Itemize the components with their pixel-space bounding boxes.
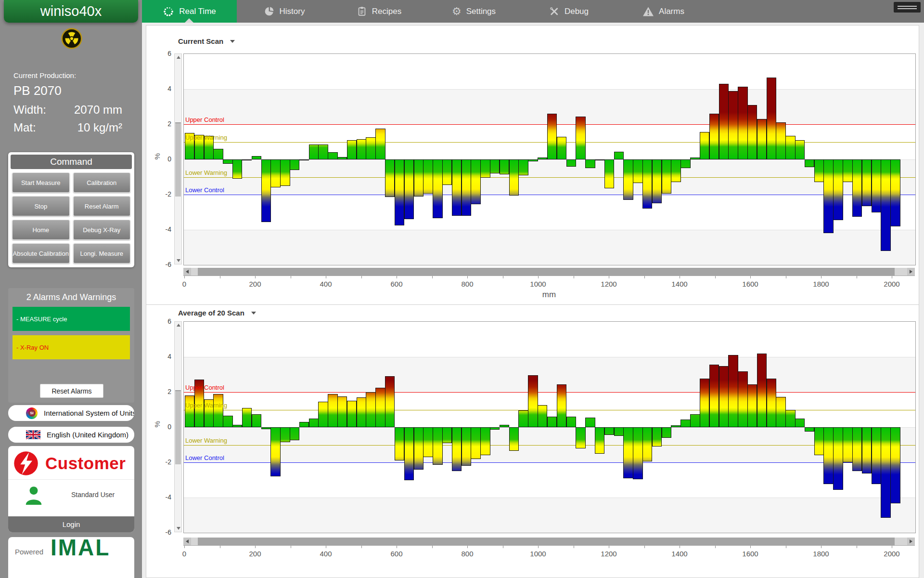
horizontal-scrollbar[interactable] (183, 538, 915, 545)
bar (528, 375, 538, 427)
bar (852, 159, 862, 217)
horizontal-scrollbar-thumb[interactable] (198, 538, 895, 545)
scan-mode-dropdown[interactable]: Average of 20 Scan (178, 309, 256, 317)
bar (442, 427, 452, 443)
language-selector[interactable]: English (United Kingdom) (8, 427, 134, 443)
x-tick (361, 276, 362, 278)
x-tick (503, 276, 503, 278)
bar (728, 91, 738, 159)
login-button[interactable]: Login (8, 516, 134, 532)
stop-button[interactable]: Stop (12, 196, 70, 216)
scroll-left-button[interactable] (183, 538, 191, 545)
reset-alarm-button[interactable]: Reset Alarm (73, 196, 131, 216)
x-tick (467, 276, 468, 278)
tab-label: Alarms (659, 7, 684, 16)
bar (462, 159, 471, 216)
x-tick-label: 800 (453, 280, 482, 288)
tab-history[interactable]: History (237, 0, 332, 23)
vertical-scrollbar-thumb[interactable] (175, 390, 181, 464)
bar (375, 388, 385, 427)
tab-debug[interactable]: Debug (521, 0, 616, 23)
scroll-right-button[interactable] (907, 538, 915, 545)
command-panel: Command Start Measure Calibration Stop R… (8, 152, 134, 267)
bar (357, 397, 366, 427)
x-tick (786, 546, 786, 548)
x-tick (857, 546, 857, 548)
chart-panel-current-scan: Current Scan%6420-2-4-6Upper ControlUppe… (146, 25, 919, 307)
mat-label: Mat: (13, 121, 36, 134)
tab-label: Settings (466, 7, 496, 16)
scroll-right-button[interactable] (907, 268, 915, 276)
window-menu-button[interactable] (894, 2, 921, 13)
bar (843, 159, 852, 182)
x-tick (397, 546, 397, 548)
bar (328, 152, 337, 159)
bar (480, 427, 490, 455)
horizontal-scrollbar-thumb[interactable] (198, 268, 895, 276)
scroll-left-icon (186, 270, 189, 274)
sidebar: winiso40x Current Production: PB 2070 Wi… (0, 0, 142, 578)
bar (662, 427, 671, 438)
bar (652, 427, 662, 447)
alarm-item-measure-cycle: - MEASURE cycle (13, 307, 130, 331)
longi-measure-button[interactable]: Longi. Measure (73, 243, 131, 263)
bar (595, 159, 604, 160)
bar (557, 384, 566, 427)
user-icon (23, 483, 45, 507)
scroll-up-icon[interactable] (177, 56, 180, 59)
x-tick (291, 546, 291, 548)
horizontal-scrollbar[interactable] (183, 268, 915, 276)
scroll-down-icon[interactable] (177, 527, 180, 530)
tab-settings[interactable]: ⚙ Settings (426, 0, 521, 23)
scan-mode-dropdown[interactable]: Current Scan (178, 37, 235, 45)
alarms-title: 2 Alarms And Warnings (8, 288, 134, 302)
tab-label: Real Time (179, 7, 216, 16)
x-tick (255, 276, 256, 278)
x-tick (892, 546, 892, 548)
bar (566, 417, 576, 427)
bar (337, 396, 347, 427)
bar (843, 427, 852, 462)
y-tick-label: 6 (149, 50, 171, 57)
bar (423, 427, 433, 457)
x-tick-label: 2000 (877, 550, 906, 558)
gridline (184, 357, 915, 357)
debug-xray-button[interactable]: Debug X-Ray (73, 220, 131, 240)
y-tick-label: 0 (149, 423, 171, 431)
chart-title-label: Average of 20 Scan (178, 309, 244, 317)
plot-band (184, 54, 915, 89)
vertical-scrollbar[interactable] (174, 53, 182, 264)
unit-system-selector[interactable]: SI International System of Units (8, 405, 134, 421)
x-tick-label: 1800 (807, 280, 835, 288)
unit-system-label: International System of Units (44, 409, 134, 417)
x-tick-label: 600 (382, 550, 411, 558)
bar (347, 401, 357, 427)
plot-band (184, 462, 915, 498)
vertical-scrollbar[interactable] (174, 321, 182, 532)
vertical-scrollbar-thumb[interactable] (175, 122, 181, 197)
bar (833, 427, 843, 490)
bar (185, 395, 194, 427)
scroll-up-icon[interactable] (177, 324, 180, 327)
tab-label: Recipes (372, 7, 401, 16)
reset-alarms-button[interactable]: Reset Alarms (40, 384, 103, 398)
bar (452, 159, 462, 216)
absolute-calibration-button[interactable]: Absolute Calibration (12, 243, 70, 263)
plot-area: Upper ControlUpper WarningLower WarningL… (183, 321, 916, 533)
y-tick-label: -2 (149, 190, 171, 198)
calibration-button[interactable]: Calibration (73, 172, 131, 193)
home-button[interactable]: Home (12, 220, 70, 240)
scroll-down-icon[interactable] (177, 259, 180, 262)
bar (366, 392, 375, 427)
bar (433, 159, 442, 218)
scroll-left-icon (186, 539, 189, 543)
bar (700, 132, 709, 159)
bar (585, 159, 595, 168)
chevron-down-icon (230, 40, 235, 43)
tab-alarms[interactable]: Alarms (616, 0, 711, 23)
bar (471, 427, 480, 459)
scroll-left-button[interactable] (183, 268, 191, 276)
x-tick (220, 546, 220, 548)
tab-recipes[interactable]: Recipes (332, 0, 426, 23)
start-measure-button[interactable]: Start Measure (12, 172, 70, 193)
